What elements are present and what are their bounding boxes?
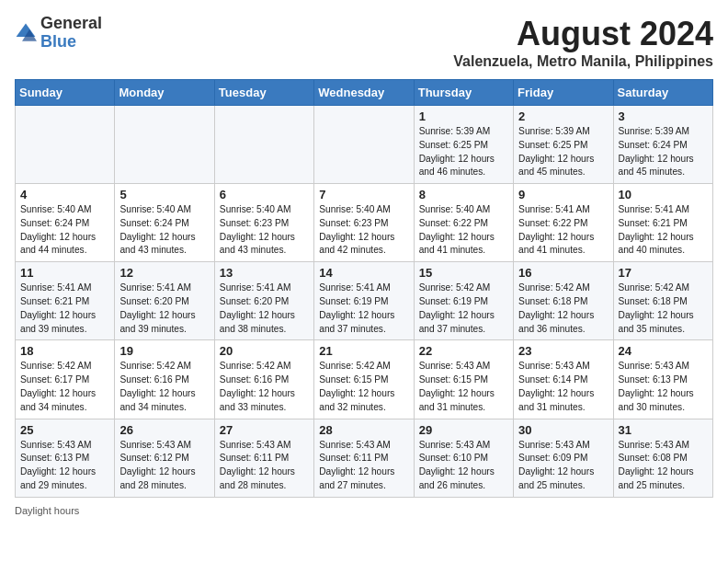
day-number: 25 [20,423,109,437]
day-info: Sunrise: 5:42 AM Sunset: 6:18 PM Dayligh… [518,282,608,336]
day-info: Sunrise: 5:42 AM Sunset: 6:18 PM Dayligh… [619,282,708,336]
day-info: Sunrise: 5:40 AM Sunset: 6:24 PM Dayligh… [20,203,109,258]
calendar-week-row: 25Sunrise: 5:43 AM Sunset: 6:13 PM Dayli… [16,419,713,497]
logo-general: General [40,15,102,33]
header: General Blue August 2024 Valenzuela, Met… [15,15,713,70]
calendar-cell [115,106,214,184]
calendar-cell: 13Sunrise: 5:41 AM Sunset: 6:20 PM Dayli… [214,262,313,340]
day-number: 12 [119,266,209,280]
day-info: Sunrise: 5:42 AM Sunset: 6:16 PM Dayligh… [220,360,309,414]
day-number: 7 [319,188,408,201]
calendar-cell [16,106,115,184]
calendar-cell: 6Sunrise: 5:40 AM Sunset: 6:23 PM Daylig… [214,184,313,262]
day-number: 10 [619,188,708,201]
day-info: Sunrise: 5:41 AM Sunset: 6:21 PM Dayligh… [20,282,109,336]
day-number: 3 [619,109,708,123]
calendar-body: 1Sunrise: 5:39 AM Sunset: 6:25 PM Daylig… [16,106,713,498]
day-number: 19 [119,344,209,358]
day-info: Sunrise: 5:40 AM Sunset: 6:23 PM Dayligh… [220,203,309,258]
calendar-cell: 16Sunrise: 5:42 AM Sunset: 6:18 PM Dayli… [514,262,613,340]
day-number: 31 [619,423,708,437]
day-info: Sunrise: 5:41 AM Sunset: 6:20 PM Dayligh… [220,282,309,336]
day-info: Sunrise: 5:39 AM Sunset: 6:24 PM Dayligh… [619,125,708,179]
day-of-week-header: Monday [115,80,214,106]
day-info: Sunrise: 5:42 AM Sunset: 6:16 PM Dayligh… [119,360,209,414]
calendar-cell [214,106,313,184]
calendar-cell: 31Sunrise: 5:43 AM Sunset: 6:08 PM Dayli… [613,419,712,497]
day-info: Sunrise: 5:42 AM Sunset: 6:17 PM Dayligh… [20,360,109,414]
day-info: Sunrise: 5:43 AM Sunset: 6:08 PM Dayligh… [619,439,708,493]
day-number: 2 [518,109,608,123]
day-info: Sunrise: 5:40 AM Sunset: 6:24 PM Dayligh… [119,203,209,258]
calendar-cell: 19Sunrise: 5:42 AM Sunset: 6:16 PM Dayli… [115,340,214,419]
calendar-cell: 8Sunrise: 5:40 AM Sunset: 6:22 PM Daylig… [414,184,513,262]
calendar-cell: 3Sunrise: 5:39 AM Sunset: 6:24 PM Daylig… [613,106,712,184]
day-number: 21 [319,344,408,358]
calendar-cell: 30Sunrise: 5:43 AM Sunset: 6:09 PM Dayli… [514,419,613,497]
location: Valenzuela, Metro Manila, Philippines [453,53,713,70]
day-of-week-header: Wednesday [314,80,414,106]
calendar-cell: 9Sunrise: 5:41 AM Sunset: 6:22 PM Daylig… [514,184,613,262]
calendar-cell: 27Sunrise: 5:43 AM Sunset: 6:11 PM Dayli… [214,419,313,497]
day-number: 26 [119,423,209,437]
calendar-cell: 17Sunrise: 5:42 AM Sunset: 6:18 PM Dayli… [613,262,712,340]
day-of-week-header: Friday [514,80,613,106]
day-info: Sunrise: 5:43 AM Sunset: 6:13 PM Dayligh… [20,439,109,493]
calendar-cell: 18Sunrise: 5:42 AM Sunset: 6:17 PM Dayli… [16,340,115,419]
calendar-cell: 23Sunrise: 5:43 AM Sunset: 6:14 PM Dayli… [514,340,613,419]
calendar-cell: 25Sunrise: 5:43 AM Sunset: 6:13 PM Dayli… [16,419,115,497]
day-info: Sunrise: 5:43 AM Sunset: 6:15 PM Dayligh… [419,360,508,414]
calendar-week-row: 11Sunrise: 5:41 AM Sunset: 6:21 PM Dayli… [16,262,713,340]
day-number: 20 [220,344,309,358]
calendar-cell: 14Sunrise: 5:41 AM Sunset: 6:19 PM Dayli… [314,262,414,340]
calendar-cell: 11Sunrise: 5:41 AM Sunset: 6:21 PM Dayli… [16,262,115,340]
day-info: Sunrise: 5:41 AM Sunset: 6:22 PM Dayligh… [518,203,608,258]
calendar-cell: 22Sunrise: 5:43 AM Sunset: 6:15 PM Dayli… [414,340,513,419]
day-number: 15 [419,266,508,280]
day-info: Sunrise: 5:43 AM Sunset: 6:09 PM Dayligh… [518,439,608,493]
footer-note: Daylight hours [15,505,713,516]
day-number: 29 [419,423,508,437]
day-number: 17 [619,266,708,280]
day-info: Sunrise: 5:43 AM Sunset: 6:12 PM Dayligh… [119,439,209,493]
day-info: Sunrise: 5:43 AM Sunset: 6:11 PM Dayligh… [220,439,309,493]
calendar-cell: 28Sunrise: 5:43 AM Sunset: 6:11 PM Dayli… [314,419,414,497]
day-info: Sunrise: 5:43 AM Sunset: 6:13 PM Dayligh… [619,360,708,414]
calendar-cell: 10Sunrise: 5:41 AM Sunset: 6:21 PM Dayli… [613,184,712,262]
month-year: August 2024 [453,15,713,53]
day-number: 27 [220,423,309,437]
calendar-cell: 2Sunrise: 5:39 AM Sunset: 6:25 PM Daylig… [514,106,613,184]
calendar-cell: 5Sunrise: 5:40 AM Sunset: 6:24 PM Daylig… [115,184,214,262]
day-number: 23 [518,344,608,358]
day-info: Sunrise: 5:41 AM Sunset: 6:21 PM Dayligh… [619,203,708,258]
calendar-cell: 12Sunrise: 5:41 AM Sunset: 6:20 PM Dayli… [115,262,214,340]
logo: General Blue [15,15,102,52]
day-info: Sunrise: 5:43 AM Sunset: 6:14 PM Dayligh… [518,360,608,414]
calendar-cell: 4Sunrise: 5:40 AM Sunset: 6:24 PM Daylig… [16,184,115,262]
calendar-cell: 26Sunrise: 5:43 AM Sunset: 6:12 PM Dayli… [115,419,214,497]
day-of-week-header: Tuesday [214,80,313,106]
calendar-week-row: 18Sunrise: 5:42 AM Sunset: 6:17 PM Dayli… [16,340,713,419]
day-number: 30 [518,423,608,437]
logo-blue: Blue [40,33,102,52]
day-info: Sunrise: 5:40 AM Sunset: 6:23 PM Dayligh… [319,203,408,258]
calendar-week-row: 1Sunrise: 5:39 AM Sunset: 6:25 PM Daylig… [16,106,713,184]
calendar-cell: 15Sunrise: 5:42 AM Sunset: 6:19 PM Dayli… [414,262,513,340]
day-number: 8 [419,188,508,201]
calendar-week-row: 4Sunrise: 5:40 AM Sunset: 6:24 PM Daylig… [16,184,713,262]
calendar-cell: 20Sunrise: 5:42 AM Sunset: 6:16 PM Dayli… [214,340,313,419]
day-info: Sunrise: 5:42 AM Sunset: 6:19 PM Dayligh… [419,282,508,336]
title-area: August 2024 Valenzuela, Metro Manila, Ph… [453,15,713,70]
day-info: Sunrise: 5:41 AM Sunset: 6:19 PM Dayligh… [319,282,408,336]
day-info: Sunrise: 5:40 AM Sunset: 6:22 PM Dayligh… [419,203,508,258]
day-number: 9 [518,188,608,201]
calendar-cell: 21Sunrise: 5:42 AM Sunset: 6:15 PM Dayli… [314,340,414,419]
day-number: 4 [20,188,109,201]
calendar-cell: 1Sunrise: 5:39 AM Sunset: 6:25 PM Daylig… [414,106,513,184]
day-info: Sunrise: 5:43 AM Sunset: 6:11 PM Dayligh… [319,439,408,493]
day-number: 14 [319,266,408,280]
day-number: 18 [20,344,109,358]
day-number: 6 [220,188,309,201]
day-info: Sunrise: 5:39 AM Sunset: 6:25 PM Dayligh… [419,125,508,179]
day-number: 13 [220,266,309,280]
